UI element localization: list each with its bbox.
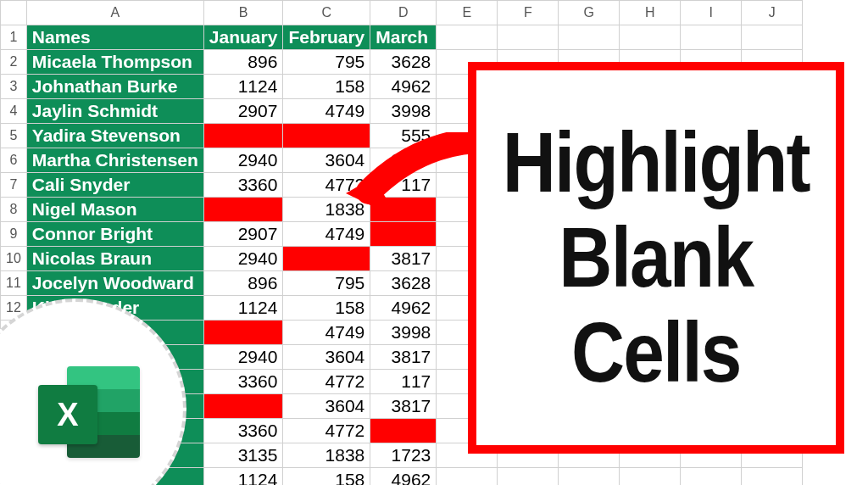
name-cell[interactable]: Martha Christensen [26, 148, 203, 173]
data-cell[interactable]: 1838 [283, 198, 370, 222]
data-cell[interactable] [203, 198, 283, 222]
data-cell[interactable]: 896 [203, 271, 283, 296]
data-cell[interactable]: 795 [283, 271, 370, 296]
col-header-E[interactable]: E [437, 1, 498, 25]
data-cell[interactable] [370, 222, 437, 247]
header-cell[interactable]: Names [26, 25, 203, 50]
row-header[interactable]: 10 [1, 247, 27, 271]
col-header-B[interactable]: B [203, 1, 283, 25]
data-cell[interactable]: 4749 [283, 222, 370, 247]
data-cell[interactable]: 2907 [203, 99, 283, 124]
name-cell[interactable]: Yadira Stevenson [26, 124, 203, 148]
data-cell[interactable] [203, 321, 283, 345]
name-cell[interactable]: Jocelyn Woodward [26, 271, 203, 296]
data-cell[interactable]: 3604 [283, 394, 370, 419]
row-header[interactable]: 8 [1, 198, 27, 222]
data-cell[interactable]: 2940 [203, 148, 283, 173]
data-cell[interactable]: 2940 [203, 247, 283, 271]
data-cell[interactable]: 3817 [370, 345, 437, 370]
empty-cell[interactable] [559, 25, 620, 50]
col-header-I[interactable]: I [681, 1, 742, 25]
empty-cell[interactable] [437, 468, 498, 486]
col-header-J[interactable]: J [742, 1, 803, 25]
name-cell[interactable]: Nicolas Braun [26, 247, 203, 271]
empty-cell[interactable] [559, 468, 620, 486]
name-cell[interactable]: Johnathan Burke [26, 75, 203, 99]
empty-cell[interactable] [620, 468, 681, 486]
data-cell[interactable] [370, 198, 437, 222]
row-header[interactable]: 6 [1, 148, 27, 173]
data-cell[interactable]: 2940 [203, 345, 283, 370]
row-header[interactable]: 7 [1, 173, 27, 198]
col-header-D[interactable]: D [370, 1, 437, 25]
data-cell[interactable]: 1124 [203, 296, 283, 321]
data-cell[interactable]: 3998 [370, 99, 437, 124]
data-cell[interactable]: 4772 [283, 419, 370, 443]
row-header[interactable]: 3 [1, 75, 27, 99]
data-cell[interactable] [203, 124, 283, 148]
data-cell[interactable]: 1124 [203, 468, 283, 486]
data-cell[interactable]: 4749 [283, 99, 370, 124]
empty-cell[interactable] [437, 25, 498, 50]
data-cell[interactable]: 3998 [370, 321, 437, 345]
row-header[interactable]: 2 [1, 50, 27, 75]
data-cell[interactable]: 158 [283, 296, 370, 321]
data-cell[interactable]: 3628 [370, 271, 437, 296]
data-cell[interactable]: 117 [370, 173, 437, 198]
empty-cell[interactable] [742, 25, 803, 50]
data-cell[interactable]: 3817 [370, 394, 437, 419]
select-all-corner[interactable] [1, 1, 27, 25]
data-cell[interactable]: 1723 [370, 443, 437, 468]
data-cell[interactable]: 1838 [283, 443, 370, 468]
row-header[interactable]: 9 [1, 222, 27, 247]
data-cell[interactable]: 4962 [370, 468, 437, 486]
row-header[interactable]: 1 [1, 25, 27, 50]
data-cell[interactable]: 117 [370, 370, 437, 394]
data-cell[interactable] [370, 419, 437, 443]
data-cell[interactable]: 3360 [203, 173, 283, 198]
name-cell[interactable]: Micaela Thompson [26, 50, 203, 75]
data-cell[interactable] [283, 124, 370, 148]
empty-cell[interactable] [681, 25, 742, 50]
data-cell[interactable]: 4772 [283, 173, 370, 198]
data-cell[interactable]: 4962 [370, 296, 437, 321]
name-cell[interactable]: Connor Bright [26, 222, 203, 247]
data-cell[interactable]: 3628 [370, 50, 437, 75]
data-cell[interactable]: 4749 [283, 321, 370, 345]
empty-cell[interactable] [681, 468, 742, 486]
empty-cell[interactable] [498, 468, 559, 486]
col-header-H[interactable]: H [620, 1, 681, 25]
data-cell[interactable]: 3360 [203, 370, 283, 394]
data-cell[interactable]: 4772 [283, 370, 370, 394]
data-cell[interactable]: 3135 [203, 443, 283, 468]
data-cell[interactable]: 555 [370, 124, 437, 148]
data-cell[interactable]: 3817 [370, 148, 437, 173]
data-cell[interactable]: 1124 [203, 75, 283, 99]
empty-cell[interactable] [742, 468, 803, 486]
header-cell[interactable]: January [203, 25, 283, 50]
data-cell[interactable] [283, 247, 370, 271]
col-header-F[interactable]: F [498, 1, 559, 25]
row-header[interactable]: 4 [1, 99, 27, 124]
header-cell[interactable]: March [370, 25, 437, 50]
name-cell[interactable]: Cali Snyder [26, 173, 203, 198]
empty-cell[interactable] [498, 25, 559, 50]
row-header[interactable]: 5 [1, 124, 27, 148]
data-cell[interactable]: 158 [283, 468, 370, 486]
name-cell[interactable]: Nigel Mason [26, 198, 203, 222]
name-cell[interactable]: Jaylin Schmidt [26, 99, 203, 124]
col-header-G[interactable]: G [559, 1, 620, 25]
data-cell[interactable]: 3817 [370, 247, 437, 271]
col-header-C[interactable]: C [283, 1, 370, 25]
data-cell[interactable]: 2907 [203, 222, 283, 247]
col-header-A[interactable]: A [26, 1, 203, 25]
data-cell[interactable]: 4962 [370, 75, 437, 99]
header-cell[interactable]: February [283, 25, 370, 50]
data-cell[interactable]: 3604 [283, 345, 370, 370]
data-cell[interactable] [203, 394, 283, 419]
data-cell[interactable]: 795 [283, 50, 370, 75]
row-header[interactable]: 11 [1, 271, 27, 296]
data-cell[interactable]: 3604 [283, 148, 370, 173]
data-cell[interactable]: 3360 [203, 419, 283, 443]
empty-cell[interactable] [620, 25, 681, 50]
